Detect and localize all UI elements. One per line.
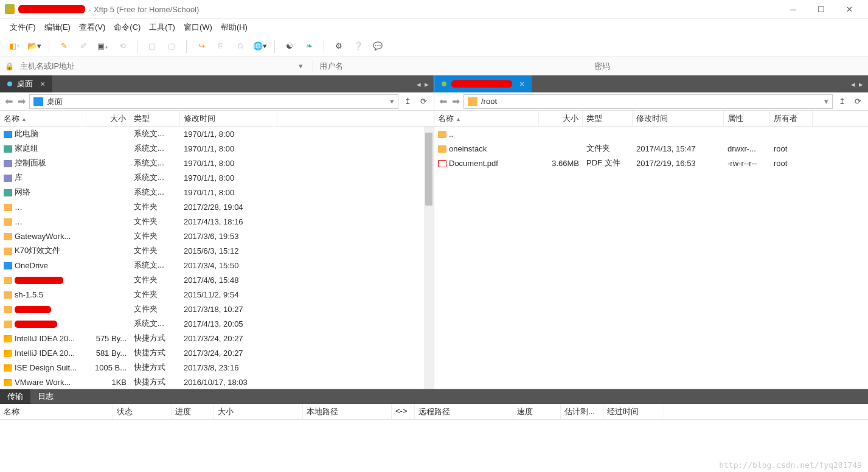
file-row[interactable]: oneinstack文件夹2017/4/13, 15:47drwxr-...ro… xyxy=(434,141,868,156)
transfer-column[interactable]: 远程路径 xyxy=(415,404,513,419)
transfer-column[interactable]: 名称 xyxy=(0,404,113,419)
forward-icon[interactable]: ➡ xyxy=(16,95,27,107)
password-input[interactable] xyxy=(594,61,863,71)
file-row[interactable]: 文件夹2017/4/13, 18:16 xyxy=(0,214,434,229)
tab-prev-icon[interactable]: ◂ xyxy=(851,80,855,89)
menu-item[interactable]: 帮助(H) xyxy=(221,22,248,33)
local-path-input[interactable]: 桌面 ▾ xyxy=(29,94,398,109)
column-header[interactable]: 名称▲ xyxy=(0,111,86,126)
chat-icon[interactable]: 💬 xyxy=(370,39,385,54)
tab-label: 桌面 xyxy=(17,78,33,89)
transfer-column[interactable]: 经过时间 xyxy=(603,404,664,419)
column-header[interactable]: 类型 xyxy=(130,111,180,126)
file-row[interactable]: IntelliJ IDEA 20...581 By...快捷方式2017/3/2… xyxy=(0,345,434,360)
username-input[interactable] xyxy=(319,61,588,71)
file-row[interactable]: GatewayWork...文件夹2017/3/6, 19:53 xyxy=(0,229,434,243)
reconnect-icon[interactable]: ⟲ xyxy=(115,39,130,54)
remote-file-grid[interactable]: 名称▲大小类型修改时间属性所有者 ..oneinstack文件夹2017/4/1… xyxy=(434,111,868,389)
bottom-tab[interactable]: 日志 xyxy=(30,389,61,404)
column-header[interactable]: 修改时间 xyxy=(180,111,277,126)
file-row[interactable]: OneDrive系统文...2017/3/4, 15:50 xyxy=(0,258,434,272)
host-input[interactable] xyxy=(20,61,289,71)
settings-icon[interactable]: ⚙ xyxy=(332,39,346,54)
sync-icon[interactable]: ☯ xyxy=(282,39,297,54)
file-row[interactable]: VMware Work...1KB快捷方式2016/10/17, 18:03 xyxy=(0,375,434,389)
bottom-tab[interactable]: 传输 xyxy=(0,389,30,404)
open-icon[interactable]: 📂▾ xyxy=(27,39,41,54)
file-row[interactable]: ISE Design Suit...1005 B...快捷方式2017/3/8,… xyxy=(0,360,434,375)
help-icon[interactable]: ❔ xyxy=(351,39,366,54)
scroll-thumb[interactable] xyxy=(425,133,432,206)
file-row[interactable]: sh-1.5.5文件夹2015/11/2, 9:54 xyxy=(0,287,434,302)
transfer-column[interactable]: 本地路径 xyxy=(303,404,392,419)
file-row[interactable]: 家庭组系统文...1970/1/1, 8:00 xyxy=(0,141,434,156)
brush-icon[interactable]: ✐ xyxy=(76,39,91,54)
transfer-column[interactable]: <-> xyxy=(392,404,415,419)
edit-icon[interactable]: ✎ xyxy=(57,39,71,54)
file-row[interactable]: IntelliJ IDEA 20...575 By...快捷方式2017/3/2… xyxy=(0,331,434,345)
transfer-column[interactable]: 大小 xyxy=(214,404,303,419)
remote-tab[interactable]: × xyxy=(434,75,532,92)
column-header[interactable]: 大小 xyxy=(539,111,583,126)
maximize-button[interactable]: ☐ xyxy=(807,0,835,18)
close-button[interactable]: ✕ xyxy=(835,0,863,18)
file-row[interactable]: 网络系统文...1970/1/1, 8:00 xyxy=(0,185,434,200)
refresh-icon[interactable]: ⟳ xyxy=(417,95,430,108)
column-header[interactable]: 所有者 xyxy=(770,111,813,126)
transfer-column[interactable]: 速度 xyxy=(513,404,561,419)
file-row[interactable]: 文件夹2017/4/6, 15:48 xyxy=(0,272,434,287)
globe-icon[interactable]: 🌐▾ xyxy=(252,39,267,54)
menu-item[interactable]: 编辑(E) xyxy=(44,22,71,33)
back-icon[interactable]: ⬅ xyxy=(438,95,448,107)
file-row[interactable]: 此电脑系统文...1970/1/1, 8:00 xyxy=(0,127,434,141)
up-icon[interactable]: ↥ xyxy=(401,95,414,108)
file-row[interactable]: 库系统文...1970/1/1, 8:00 xyxy=(0,170,434,185)
column-header[interactable]: 类型 xyxy=(583,111,633,126)
tab-next-icon[interactable]: ▸ xyxy=(425,80,429,89)
column-header[interactable]: 修改时间 xyxy=(633,111,724,126)
quick-connect-icon[interactable]: ▣₊ xyxy=(95,39,110,54)
new-tab-icon[interactable]: ▢ xyxy=(164,39,179,54)
path-dropdown-icon[interactable]: ▾ xyxy=(390,97,394,106)
minimize-button[interactable]: ─ xyxy=(779,0,807,18)
path-dropdown-icon[interactable]: ▾ xyxy=(824,97,828,106)
menu-item[interactable]: 工具(T) xyxy=(149,22,175,33)
transfer-column[interactable]: 估计剩... xyxy=(561,404,603,419)
transfer-header: 名称状态进度大小本地路径<->远程路径速度估计剩...经过时间 xyxy=(0,404,868,420)
transfer-column[interactable]: 状态 xyxy=(113,404,172,419)
close-tab-icon[interactable]: × xyxy=(519,79,524,89)
local-tab[interactable]: 桌面 × xyxy=(0,75,52,92)
menu-item[interactable]: 文件(F) xyxy=(10,22,36,33)
paste-icon[interactable]: ⎙ xyxy=(233,39,248,54)
column-header[interactable]: 名称▲ xyxy=(434,111,539,126)
file-row[interactable]: 文件夹2017/2/28, 19:04 xyxy=(0,200,434,214)
transfer-column[interactable]: 进度 xyxy=(172,404,214,419)
refresh-icon[interactable]: ⟳ xyxy=(851,95,864,108)
menu-item[interactable]: 查看(V) xyxy=(79,22,105,33)
leaf-icon[interactable]: ❧ xyxy=(302,39,316,54)
menu-item[interactable]: 命令(C) xyxy=(114,22,141,33)
file-row[interactable]: K70灯效文件文件夹2015/6/3, 15:12 xyxy=(0,243,434,258)
local-file-grid[interactable]: 名称▲大小类型修改时间 此电脑系统文...1970/1/1, 8:00家庭组系统… xyxy=(0,111,434,389)
transfer-icon[interactable]: ↪ xyxy=(194,39,209,54)
close-tab-icon[interactable]: × xyxy=(40,79,45,89)
up-icon[interactable]: ↥ xyxy=(835,95,849,108)
forward-icon[interactable]: ➡ xyxy=(451,95,461,107)
file-row[interactable]: 系统文...2017/4/13, 20:05 xyxy=(0,316,434,331)
host-dropdown[interactable]: ▾ xyxy=(295,61,307,71)
scrollbar[interactable] xyxy=(424,127,434,389)
menu-item[interactable]: 窗口(W) xyxy=(184,22,212,33)
remote-path-input[interactable]: /root ▾ xyxy=(464,94,833,109)
back-icon[interactable]: ⬅ xyxy=(4,95,14,107)
tab-prev-icon[interactable]: ◂ xyxy=(417,80,421,89)
file-row[interactable]: .. xyxy=(434,127,868,141)
file-row[interactable]: Document.pdf3.66MBPDF 文件2017/2/19, 16:53… xyxy=(434,156,868,170)
new-session-icon[interactable]: ◧+ xyxy=(7,39,22,54)
file-row[interactable]: 控制面板系统文...1970/1/1, 8:00 xyxy=(0,156,434,170)
column-header[interactable]: 大小 xyxy=(86,111,130,126)
new-window-icon[interactable]: ▢ xyxy=(145,39,159,54)
column-header[interactable]: 属性 xyxy=(724,111,770,126)
tab-next-icon[interactable]: ▸ xyxy=(859,80,863,89)
file-row[interactable]: 文件夹2017/3/18, 10:27 xyxy=(0,302,434,316)
copy-icon[interactable]: ⎘ xyxy=(214,39,228,54)
